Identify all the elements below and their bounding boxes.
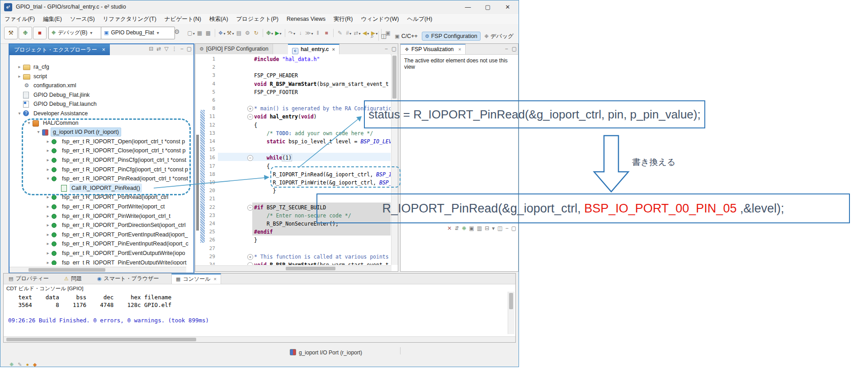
code-line[interactable]: 27 (195, 245, 391, 253)
hscrollbar-thumb[interactable] (28, 268, 105, 272)
code-line[interactable]: 16− while(1) (195, 154, 391, 162)
fold-collapse-icon[interactable]: − (247, 205, 253, 211)
build-project-icon[interactable]: ▤ (235, 30, 243, 36)
code-line[interactable]: 12{ (195, 121, 391, 129)
code-line[interactable]: 1#include "hal_data.h" (195, 55, 391, 63)
close-icon[interactable]: × (102, 47, 105, 53)
edit-icon[interactable]: ✎ (18, 362, 22, 367)
save-icon[interactable]: ▦ (196, 30, 203, 36)
code-line[interactable]: 5FSP_CPP_FOOTER (195, 88, 391, 96)
view-toolbar-icon[interactable]: ▢ (187, 46, 192, 52)
fold-collapse-icon[interactable]: − (247, 262, 253, 265)
step-over-icon[interactable]: ↷▾ (288, 30, 296, 36)
fold-collapse-icon[interactable]: − (247, 114, 253, 120)
console-toolbar-icon[interactable]: ◫ (497, 225, 502, 231)
refresh-icon[interactable]: ↻ (252, 30, 260, 36)
close-icon[interactable]: × (458, 47, 461, 52)
view-toolbar-icon[interactable]: ⇄ (156, 46, 161, 52)
chevron-right-icon[interactable]: ▸ (45, 230, 51, 239)
console-toolbar-icon[interactable]: ❈ (462, 225, 466, 231)
tree-item[interactable]: ▸fsp_err_t R_IOPORT_PinWrite(ioport_ctrl… (9, 212, 193, 221)
annotations-icon[interactable]: #▾ (345, 30, 353, 36)
menu-item-ソース(S)[interactable]: ソース(S) (66, 14, 99, 24)
tree-item[interactable]: ▸fsp_err_t R_IOPORT_PinEventInputRead(io… (9, 239, 193, 248)
perspective-C/C++[interactable]: ▣C/C++ (392, 32, 421, 41)
tree-item[interactable]: ▸fsp_err_t R_IOPORT_PortEventInputRead(i… (9, 230, 193, 239)
tab-fsp-visualization[interactable]: ❖FSP Visualization × (401, 44, 466, 54)
hscrollbar-thumb[interactable] (6, 338, 196, 341)
menu-item-プロジェクト(P)[interactable]: プロジェクト(P) (232, 14, 283, 24)
menu-item-ナビゲート(N)[interactable]: ナビゲート(N) (160, 14, 205, 24)
open-perspective-icon[interactable]: ◫ (378, 31, 389, 41)
console-toolbar-icon[interactable]: ▣ (469, 225, 474, 231)
code-editor[interactable]: 1#include "hal_data.h"23FSP_CPP_HEADER4v… (195, 54, 391, 265)
launch-config-combo[interactable]: ▣GPIO Debug_Flat▾ (101, 27, 175, 39)
console-toolbar-icon[interactable]: ▢ (511, 225, 516, 231)
view-toolbar-icon[interactable]: ⊟ (149, 46, 153, 52)
tree-item[interactable]: GPIO Debug_Flat.launch (9, 99, 193, 109)
build-all-icon[interactable]: ❖▾ (218, 30, 226, 36)
console-output[interactable]: text data bss dec hex filename 3564 8 11… (8, 293, 505, 334)
menu-item-リファクタリング(T)[interactable]: リファクタリング(T) (99, 14, 160, 24)
code-line[interactable]: 2 (195, 63, 391, 71)
code-line[interactable]: 29+* This function is called at various … (195, 253, 391, 261)
debug-button[interactable]: ❉ (19, 27, 32, 39)
status-dot-icon[interactable]: ● (26, 362, 29, 367)
tab-project-explorer[interactable]: プロジェクト・エクスプローラー × (9, 44, 110, 55)
suspend-icon[interactable]: ‖ (314, 30, 322, 36)
tree-item[interactable]: ▸fsp_err_t R_IOPORT_PortDirectionSet(iop… (9, 221, 193, 230)
chevron-right-icon[interactable]: ▸ (17, 62, 22, 71)
link-with-editor-icon[interactable]: ⇄▾ (354, 30, 361, 36)
terminate-icon[interactable]: ■ (323, 30, 330, 36)
maximize-icon[interactable]: ▢ (512, 46, 517, 52)
tab-fsp-configuration[interactable]: ⚙[GPIO] FSP Configuration (195, 44, 273, 54)
configuration-icon[interactable]: ⚙ (244, 30, 251, 36)
chevron-right-icon[interactable]: ▸ (17, 72, 22, 81)
tab-スマート・ブラウザー[interactable]: ◉スマート・ブラウザー (93, 274, 163, 284)
debug-launch-icon[interactable]: ❉▾ (266, 30, 274, 36)
console-toolbar-icon[interactable]: ▾ (492, 225, 495, 231)
tree-item[interactable]: ▸fsp_err_t R_IOPORT_PinEventOutputWrite(… (9, 258, 193, 265)
menu-item-編集(E)[interactable]: 編集(E) (39, 14, 66, 24)
vscrollbar-thumb[interactable] (392, 56, 396, 99)
code-line[interactable]: 6 (195, 96, 391, 104)
maximize-icon[interactable]: ▢ (392, 46, 396, 52)
fold-expand-icon[interactable]: + (247, 254, 253, 260)
view-toolbar-icon[interactable]: − (180, 46, 184, 52)
tree-item[interactable]: ▸fsp_err_t R_IOPORT_PortEventOutputWrite… (9, 249, 193, 258)
launch-mode-combo[interactable]: ❉デバッグ(B)▾ (48, 27, 102, 39)
code-line[interactable]: 13 /* TODO: add your own code here */ (195, 129, 391, 137)
tab-プロパティー[interactable]: ▤プロパティー (5, 274, 53, 284)
console-toolbar-icon[interactable]: ⇵ (454, 225, 459, 231)
vscrollbar-thumb[interactable] (509, 293, 513, 309)
code-line[interactable]: 4void R_BSP_WarmStart(bsp_warm_start_eve… (195, 80, 391, 88)
chevron-right-icon[interactable]: ▸ (45, 221, 51, 230)
build-button[interactable]: ⚒ (4, 27, 18, 39)
code-line[interactable]: 11−void hal_entry(void) (195, 113, 391, 121)
tab-コンソール[interactable]: ▦コンソール× (171, 274, 221, 284)
maximize-button[interactable]: ▢ (478, 0, 498, 14)
stop-button[interactable]: ■ (33, 27, 47, 39)
code-line[interactable]: 14 static bsp_io_level_t level = BSP_IO_… (195, 137, 391, 146)
minimize-icon[interactable]: − (385, 46, 388, 52)
close-icon[interactable]: × (214, 276, 217, 282)
console-toolbar-icon[interactable]: ▥ (477, 225, 482, 231)
chevron-right-icon[interactable]: ▸ (45, 202, 51, 211)
menu-item-ヘルプ(H)[interactable]: ヘルプ(H) (403, 14, 436, 24)
tab-問題[interactable]: ⚠問題 (60, 274, 86, 284)
console-toolbar-icon[interactable]: − (505, 225, 509, 231)
minimize-button[interactable]: — (458, 0, 478, 14)
tree-item[interactable]: ▸script (9, 72, 193, 81)
menu-item-ウィンドウ(W)[interactable]: ウィンドウ(W) (357, 14, 403, 24)
menu-item-Renesas Views[interactable]: Renesas Views (283, 14, 330, 24)
chevron-right-icon[interactable]: ▸ (45, 239, 51, 248)
code-line[interactable]: 25#endif (195, 228, 391, 236)
console-vscrollbar[interactable] (508, 292, 514, 334)
code-line[interactable]: 8+* main() is generated by the RA Config… (195, 104, 391, 113)
console-toolbar-icon[interactable]: ✕ (447, 225, 452, 231)
editor-vscrollbar[interactable] (391, 54, 398, 265)
tree-item[interactable]: GPIO Debug_Flat.jlink (9, 90, 193, 99)
resume-icon[interactable]: ≫▾ (305, 30, 313, 36)
status-diamond-icon[interactable]: ◆ (33, 362, 37, 367)
step-into-icon[interactable]: ↓ (297, 30, 304, 36)
